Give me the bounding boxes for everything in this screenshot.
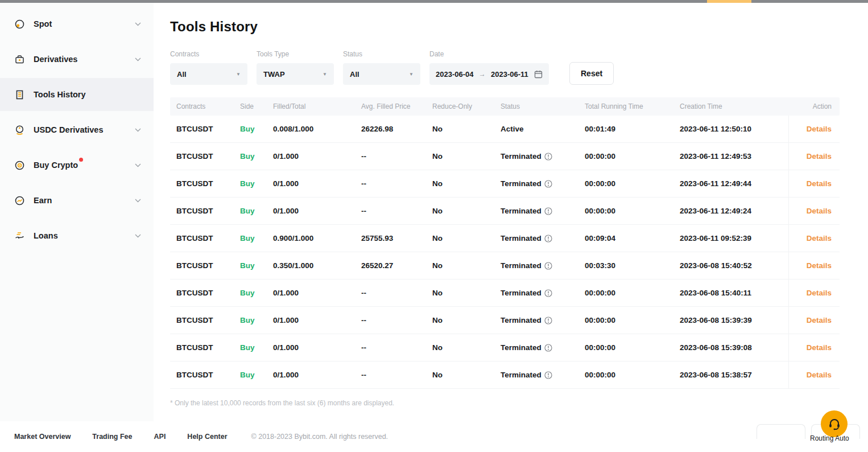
- cell-creation-time: 2023-06-08 15:39:08: [673, 343, 788, 352]
- info-icon[interactable]: [544, 262, 552, 270]
- cell-filled-total: 0/1.000: [267, 316, 355, 324]
- cell-contracts: BTCUSDT: [170, 125, 234, 133]
- reset-button[interactable]: Reset: [569, 62, 614, 85]
- contracts-select[interactable]: All ▼: [170, 63, 247, 85]
- date-filter: Date 2023-06-04 → 2023-06-11: [429, 50, 549, 85]
- cell-avg-filled-price: --: [355, 179, 426, 188]
- details-link[interactable]: Details: [807, 371, 832, 379]
- cell-status: Terminated: [494, 316, 578, 324]
- pagination-button[interactable]: [757, 424, 805, 439]
- support-chat-button[interactable]: [821, 410, 848, 437]
- cell-reduce-only: No: [426, 343, 494, 352]
- details-link[interactable]: Details: [807, 343, 832, 352]
- cell-side: Buy: [234, 316, 267, 324]
- cell-side: Buy: [234, 261, 267, 270]
- contracts-filter-label: Contracts: [170, 50, 247, 58]
- status-select[interactable]: All ▼: [343, 63, 420, 85]
- buy-crypto-icon: [14, 160, 25, 171]
- routing-status[interactable]: Routing Auto: [810, 434, 849, 442]
- cell-side: Buy: [234, 343, 267, 352]
- sidebar-item-derivatives[interactable]: Derivatives: [0, 43, 154, 76]
- chevron-down-icon: [135, 234, 141, 238]
- table-row: BTCUSDT Buy 0.900/1.000 25755.93 No Term…: [170, 225, 840, 252]
- sidebar-item-earn[interactable]: Earn: [0, 184, 154, 217]
- calendar-icon: [534, 70, 543, 79]
- headset-icon: [827, 417, 842, 432]
- col-header-contracts: Contracts: [170, 102, 234, 110]
- details-link[interactable]: Details: [807, 207, 832, 215]
- sidebar-item-label: Loans: [34, 231, 58, 240]
- cell-total-running-time: 00:00:00: [578, 289, 673, 297]
- notification-dot: [79, 158, 83, 162]
- details-link[interactable]: Details: [807, 289, 832, 297]
- details-link[interactable]: Details: [807, 125, 832, 133]
- table-header-row: Contracts Side Filled/Total Avg. Filled …: [170, 97, 840, 116]
- cell-action: Details: [788, 307, 840, 334]
- col-header-total-running-time: Total Running Time: [578, 102, 673, 110]
- sidebar-item-buy-crypto[interactable]: Buy Crypto: [0, 149, 154, 182]
- sidebar-item-label: USDC Derivatives: [34, 125, 104, 134]
- table-row: BTCUSDT Buy 0/1.000 -- No Terminated 00:…: [170, 170, 840, 198]
- cell-creation-time: 2023-06-08 15:38:57: [673, 371, 788, 379]
- date-range-arrow: →: [479, 70, 486, 78]
- cell-avg-filled-price: --: [355, 316, 426, 324]
- sidebar-item-tools-history[interactable]: Tools History: [0, 78, 154, 111]
- cell-action: Details: [788, 143, 840, 170]
- tools-type-select[interactable]: TWAP ▼: [257, 63, 334, 85]
- cell-contracts: BTCUSDT: [170, 261, 234, 270]
- footer-link-api[interactable]: API: [154, 433, 166, 441]
- table-row: BTCUSDT Buy 0/1.000 -- No Terminated 00:…: [170, 198, 840, 225]
- caret-down-icon: ▼: [323, 72, 327, 77]
- cell-reduce-only: No: [426, 289, 494, 297]
- details-link[interactable]: Details: [807, 261, 832, 270]
- info-icon[interactable]: [544, 317, 552, 324]
- info-icon[interactable]: [544, 207, 552, 215]
- cell-filled-total: 0/1.000: [267, 207, 355, 215]
- details-link[interactable]: Details: [807, 152, 832, 161]
- cell-avg-filled-price: --: [355, 289, 426, 297]
- info-icon[interactable]: [544, 180, 552, 188]
- info-icon[interactable]: [544, 289, 552, 297]
- date-end-value: 2023-06-11: [491, 70, 528, 79]
- cell-creation-time: 2023-06-11 12:49:24: [673, 207, 788, 215]
- table-row: BTCUSDT Buy 0.350/1.000 26520.27 No Term…: [170, 252, 840, 280]
- info-icon[interactable]: [544, 153, 552, 161]
- footer-link-trading-fee[interactable]: Trading Fee: [92, 433, 132, 441]
- cell-creation-time: 2023-06-11 12:49:53: [673, 152, 788, 161]
- cell-creation-time: 2023-06-08 15:39:39: [673, 316, 788, 324]
- details-link[interactable]: Details: [807, 316, 832, 324]
- cell-side: Buy: [234, 371, 267, 379]
- sidebar-item-label: Buy Crypto: [34, 161, 78, 170]
- footer-link-help-center[interactable]: Help Center: [187, 433, 227, 441]
- sidebar-item-label: Spot: [34, 19, 52, 28]
- details-link[interactable]: Details: [807, 179, 832, 188]
- cell-status: Terminated: [494, 289, 578, 297]
- cell-creation-time: 2023-06-11 12:50:10: [673, 125, 788, 133]
- cell-filled-total: 0/1.000: [267, 371, 355, 379]
- footer-link-market-overview[interactable]: Market Overview: [14, 433, 71, 441]
- cell-status: Terminated: [494, 261, 578, 270]
- sidebar-item-usdc-derivatives[interactable]: USDC Derivatives: [0, 113, 154, 146]
- cell-contracts: BTCUSDT: [170, 316, 234, 324]
- sidebar-item-label: Earn: [34, 196, 52, 205]
- sidebar-item-loans[interactable]: Loans: [0, 219, 154, 252]
- main-content: Tools History Contracts All ▼ Tools Type…: [154, 3, 868, 421]
- cell-reduce-only: No: [426, 234, 494, 243]
- sidebar-item-spot[interactable]: Spot: [0, 7, 154, 40]
- details-link[interactable]: Details: [807, 234, 832, 243]
- cell-status: Active: [494, 125, 578, 133]
- info-icon[interactable]: [544, 344, 552, 352]
- cell-total-running-time: 00:00:00: [578, 371, 673, 379]
- date-range-picker[interactable]: 2023-06-04 → 2023-06-11: [429, 63, 549, 85]
- col-header-action: Action: [788, 102, 840, 110]
- cell-creation-time: 2023-06-11 12:49:44: [673, 179, 788, 188]
- table-row: BTCUSDT Buy 0/1.000 -- No Terminated 00:…: [170, 143, 840, 170]
- cell-action: Details: [788, 252, 840, 279]
- loans-icon: [14, 231, 25, 241]
- col-header-status: Status: [494, 102, 578, 110]
- cell-avg-filled-price: 25755.93: [355, 234, 426, 243]
- info-icon[interactable]: [544, 371, 552, 379]
- info-icon[interactable]: [544, 235, 552, 243]
- status-filter-label: Status: [343, 50, 420, 58]
- col-header-reduce-only: Reduce-Only: [426, 102, 494, 110]
